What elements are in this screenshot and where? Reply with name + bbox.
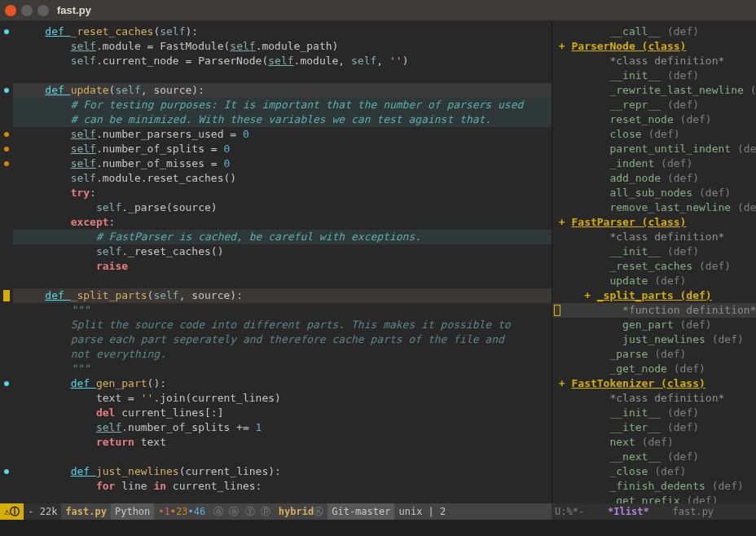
code-line[interactable]: self.number_of_misses = 0 xyxy=(13,156,552,171)
outline-item[interactable]: __init__ (def) xyxy=(552,406,756,420)
gutter-mark xyxy=(0,156,13,171)
code-line[interactable]: self.module = FastModule(self.module_pat… xyxy=(13,39,552,54)
gutter-mark xyxy=(0,435,13,450)
buffer-name[interactable]: fast.py xyxy=(61,503,111,520)
ilist-file: fast.py xyxy=(673,503,714,520)
outline-item[interactable]: next (def) xyxy=(552,435,756,450)
minimize-icon[interactable] xyxy=(21,5,33,16)
outline-item[interactable]: close (def) xyxy=(552,127,756,142)
gutter-mark xyxy=(0,362,13,376)
maximize-icon[interactable] xyxy=(37,5,49,16)
code-line[interactable]: self.number_of_splits = 0 xyxy=(13,142,552,156)
outline-item[interactable]: + ParserNode (class) xyxy=(552,39,756,54)
gutter-mark xyxy=(0,215,13,230)
gutter-mark xyxy=(0,171,13,186)
gutter-mark xyxy=(0,347,13,362)
outline-item[interactable]: _indent (def) xyxy=(552,156,756,171)
gutter-mark xyxy=(0,406,13,420)
outline-item[interactable]: reset_node (def) xyxy=(552,112,756,127)
outline-item[interactable]: + _split_parts (def) xyxy=(552,288,756,303)
outline-item[interactable]: *function definition* xyxy=(552,303,756,318)
ilist-name: *Ilist* xyxy=(608,503,649,520)
code-line[interactable]: raise xyxy=(13,259,552,274)
code-line[interactable]: del current_lines[:] xyxy=(13,406,552,420)
outline-item[interactable]: __next__ (def) xyxy=(552,450,756,464)
outline-item[interactable]: add_node (def) xyxy=(552,171,756,186)
outline-item[interactable]: __init__ (def) xyxy=(552,68,756,83)
code-line[interactable] xyxy=(13,68,552,83)
code-line[interactable]: # FastParser is cached, be careful with … xyxy=(13,230,552,244)
outline-item[interactable]: _parse (def) xyxy=(552,347,756,362)
gutter xyxy=(0,21,13,503)
code-line[interactable]: try: xyxy=(13,186,552,200)
code-line[interactable]: self._reset_caches() xyxy=(13,244,552,259)
code-line[interactable]: self._parse(source) xyxy=(13,200,552,215)
outline-item[interactable]: + FastTokenizer (class) xyxy=(552,376,756,391)
code-line[interactable] xyxy=(13,274,552,288)
close-icon[interactable] xyxy=(5,5,16,16)
code-line[interactable]: Split the source code into different par… xyxy=(13,318,552,332)
gutter-mark xyxy=(0,83,13,98)
outline-item[interactable]: __repr__ (def) xyxy=(552,98,756,112)
code-line[interactable]: # For testing purposes: It is important … xyxy=(13,98,552,112)
gutter-mark xyxy=(0,464,13,479)
code-line[interactable]: self.number_parsers_used = 0 xyxy=(13,127,552,142)
gutter-mark xyxy=(0,200,13,215)
outline-item[interactable]: _get_prefix (def) xyxy=(552,494,756,503)
outline-item[interactable]: all_sub_nodes (def) xyxy=(552,186,756,200)
code-line[interactable]: self.module.reset_caches() xyxy=(13,171,552,186)
titlebar: fast.py xyxy=(0,0,756,21)
outline-item[interactable]: parent_until_indent (def) xyxy=(552,142,756,156)
code-line[interactable]: def update(self, source): xyxy=(13,83,552,98)
gutter-mark xyxy=(0,68,13,83)
gutter-mark xyxy=(0,288,13,303)
outline-item[interactable]: _rewrite_last_newline (def) xyxy=(552,83,756,98)
outline-item[interactable]: *class definition* xyxy=(552,230,756,244)
code-line[interactable]: # can be minimized. With these variables… xyxy=(13,112,552,127)
code-line[interactable]: not everything. xyxy=(13,347,552,362)
code-line[interactable] xyxy=(13,450,552,464)
code-line[interactable]: self.number_of_splits += 1 xyxy=(13,420,552,435)
code-line[interactable]: parse each part seperately and therefore… xyxy=(13,332,552,347)
major-mode[interactable]: Python xyxy=(111,503,154,520)
outline-item[interactable]: update (def) xyxy=(552,274,756,288)
gutter-mark xyxy=(0,332,13,347)
modeline: ⚠ ⓘ - 22k fast.py Python •1 •23 •46 ⓐ ⓐ … xyxy=(0,503,756,520)
code-line[interactable]: for line in current_lines: xyxy=(13,479,552,494)
code-line[interactable]: return text xyxy=(13,435,552,450)
code-area[interactable]: def _reset_caches(self): self.module = F… xyxy=(13,21,552,503)
outline-item[interactable]: + FastParser (class) xyxy=(552,215,756,230)
code-line[interactable]: def _split_parts(self, source): xyxy=(13,288,552,303)
outline-item[interactable]: __iter__ (def) xyxy=(552,420,756,435)
outline-pane[interactable]: __call__ (def) + ParserNode (class) *cla… xyxy=(552,21,756,503)
vc-branch[interactable]: Git-master xyxy=(327,503,394,520)
encoding: unix | 2 xyxy=(394,503,450,520)
code-line[interactable]: text = ''.join(current_lines) xyxy=(13,391,552,406)
outline-item[interactable]: __call__ (def) xyxy=(552,24,756,39)
outline-item[interactable]: _finish_dedents (def) xyxy=(552,479,756,494)
gutter-mark xyxy=(0,186,13,200)
code-line[interactable]: """ xyxy=(13,362,552,376)
code-line[interactable]: """ xyxy=(13,303,552,318)
outline-item[interactable]: __init__ (def) xyxy=(552,244,756,259)
editor-pane[interactable]: def _reset_caches(self): self.module = F… xyxy=(0,21,552,503)
outline-item[interactable]: gen_part (def) xyxy=(552,318,756,332)
outline-item[interactable]: _get_node (def) xyxy=(552,362,756,376)
flycheck-counts[interactable]: •1 •23 •46 xyxy=(154,503,209,520)
code-line[interactable]: def just_newlines(current_lines): xyxy=(13,464,552,479)
gutter-mark xyxy=(0,244,13,259)
outline-item[interactable]: _reset_caches (def) xyxy=(552,259,756,274)
code-line[interactable]: def _reset_caches(self): xyxy=(13,24,552,39)
minor-modes: ⓐ ⓐ ⓨ ⓟ xyxy=(209,503,275,520)
outline-item[interactable]: *class definition* xyxy=(552,391,756,406)
gutter-mark xyxy=(0,420,13,435)
outline-item[interactable]: *class definition* xyxy=(552,54,756,68)
outline-item[interactable]: remove_last_newline (def) xyxy=(552,200,756,215)
code-line[interactable]: def gen_part(): xyxy=(13,376,552,391)
gutter-mark xyxy=(0,230,13,244)
code-line[interactable]: except: xyxy=(13,215,552,230)
outline-item[interactable]: just_newlines (def) xyxy=(552,332,756,347)
gutter-mark xyxy=(0,318,13,332)
code-line[interactable]: self.current_node = ParserNode(self.modu… xyxy=(13,54,552,68)
outline-item[interactable]: _close (def) xyxy=(552,464,756,479)
